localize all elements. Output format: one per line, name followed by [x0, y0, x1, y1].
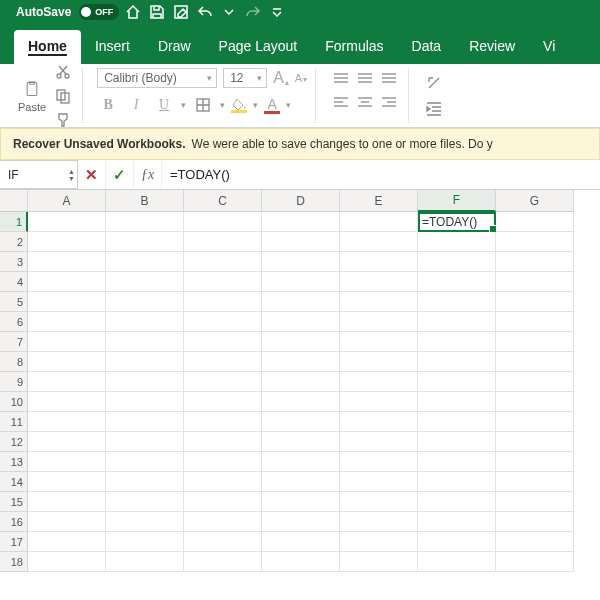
cell-A13[interactable]: [28, 452, 106, 472]
cell-F8[interactable]: [418, 352, 496, 372]
cell-A10[interactable]: [28, 392, 106, 412]
underline-button[interactable]: U: [153, 97, 175, 113]
cell-B7[interactable]: [106, 332, 184, 352]
cell-F7[interactable]: [418, 332, 496, 352]
cell-D14[interactable]: [262, 472, 340, 492]
cell-E13[interactable]: [340, 452, 418, 472]
cell-C11[interactable]: [184, 412, 262, 432]
cell-B4[interactable]: [106, 272, 184, 292]
align-top-button[interactable]: [330, 68, 352, 90]
col-head-B[interactable]: B: [106, 190, 184, 212]
col-head-E[interactable]: E: [340, 190, 418, 212]
row-head-13[interactable]: 13: [0, 452, 28, 472]
row-head-2[interactable]: 2: [0, 232, 28, 252]
cell-C1[interactable]: [184, 212, 262, 232]
cell-G7[interactable]: [496, 332, 574, 352]
cell-B10[interactable]: [106, 392, 184, 412]
cell-D11[interactable]: [262, 412, 340, 432]
recover-banner[interactable]: Recover Unsaved Workbooks. We were able …: [0, 128, 600, 160]
cell-B16[interactable]: [106, 512, 184, 532]
cell-A12[interactable]: [28, 432, 106, 452]
cell-F16[interactable]: [418, 512, 496, 532]
row-head-18[interactable]: 18: [0, 552, 28, 572]
cell-D5[interactable]: [262, 292, 340, 312]
cell-E3[interactable]: [340, 252, 418, 272]
cell-G14[interactable]: [496, 472, 574, 492]
cell-G17[interactable]: [496, 532, 574, 552]
tab-formulas[interactable]: Formulas: [311, 30, 397, 64]
cell-E7[interactable]: [340, 332, 418, 352]
cell-A2[interactable]: [28, 232, 106, 252]
cell-C18[interactable]: [184, 552, 262, 572]
cell-A17[interactable]: [28, 532, 106, 552]
cell-A5[interactable]: [28, 292, 106, 312]
undo-more-icon[interactable]: [219, 2, 239, 22]
cell-C6[interactable]: [184, 312, 262, 332]
tab-home[interactable]: Home: [14, 30, 81, 64]
row-head-1[interactable]: 1: [0, 212, 28, 232]
confirm-formula-button[interactable]: ✓: [106, 160, 134, 189]
format-painter-icon[interactable]: [52, 109, 74, 131]
cell-F18[interactable]: [418, 552, 496, 572]
row-head-12[interactable]: 12: [0, 432, 28, 452]
col-head-C[interactable]: C: [184, 190, 262, 212]
border-button[interactable]: [192, 94, 214, 116]
fx-button[interactable]: ƒx: [134, 160, 162, 189]
cell-E17[interactable]: [340, 532, 418, 552]
cell-F12[interactable]: [418, 432, 496, 452]
font-color-button[interactable]: A: [264, 97, 280, 114]
row-head-11[interactable]: 11: [0, 412, 28, 432]
cell-C4[interactable]: [184, 272, 262, 292]
cell-B12[interactable]: [106, 432, 184, 452]
cell-G16[interactable]: [496, 512, 574, 532]
cell-F17[interactable]: [418, 532, 496, 552]
align-left-button[interactable]: [330, 92, 352, 114]
cell-A11[interactable]: [28, 412, 106, 432]
cell-B2[interactable]: [106, 232, 184, 252]
cell-B13[interactable]: [106, 452, 184, 472]
cell-A6[interactable]: [28, 312, 106, 332]
row-head-3[interactable]: 3: [0, 252, 28, 272]
cell-D9[interactable]: [262, 372, 340, 392]
cell-C12[interactable]: [184, 432, 262, 452]
tab-draw[interactable]: Draw: [144, 30, 205, 64]
cell-F15[interactable]: [418, 492, 496, 512]
cell-F3[interactable]: [418, 252, 496, 272]
chevron-down-icon[interactable]: ▾: [286, 100, 291, 110]
save-icon[interactable]: [147, 2, 167, 22]
cell-G18[interactable]: [496, 552, 574, 572]
col-head-A[interactable]: A: [28, 190, 106, 212]
redo-icon[interactable]: [243, 2, 263, 22]
cell-D15[interactable]: [262, 492, 340, 512]
row-head-8[interactable]: 8: [0, 352, 28, 372]
cell-C13[interactable]: [184, 452, 262, 472]
cell-D8[interactable]: [262, 352, 340, 372]
cell-F6[interactable]: [418, 312, 496, 332]
cell-G11[interactable]: [496, 412, 574, 432]
cell-B14[interactable]: [106, 472, 184, 492]
select-all-corner[interactable]: [0, 190, 28, 212]
italic-button[interactable]: I: [125, 97, 147, 113]
cell-G1[interactable]: [496, 212, 574, 232]
font-size-select[interactable]: 12▾: [223, 68, 267, 88]
cell-G9[interactable]: [496, 372, 574, 392]
cell-F4[interactable]: [418, 272, 496, 292]
cell-E10[interactable]: [340, 392, 418, 412]
tab-page-layout[interactable]: Page Layout: [205, 30, 312, 64]
cell-G6[interactable]: [496, 312, 574, 332]
undo-icon[interactable]: [195, 2, 215, 22]
cell-B15[interactable]: [106, 492, 184, 512]
decrease-font-button[interactable]: A▾: [295, 72, 307, 84]
cell-A9[interactable]: [28, 372, 106, 392]
col-head-F[interactable]: F: [418, 190, 496, 212]
cell-C7[interactable]: [184, 332, 262, 352]
fill-color-button[interactable]: [231, 98, 247, 113]
cell-B11[interactable]: [106, 412, 184, 432]
cell-D17[interactable]: [262, 532, 340, 552]
align-right-button[interactable]: [378, 92, 400, 114]
cell-B18[interactable]: [106, 552, 184, 572]
cell-G13[interactable]: [496, 452, 574, 472]
cell-G4[interactable]: [496, 272, 574, 292]
copy-icon[interactable]: [52, 85, 74, 107]
cell-A1[interactable]: [28, 212, 106, 232]
